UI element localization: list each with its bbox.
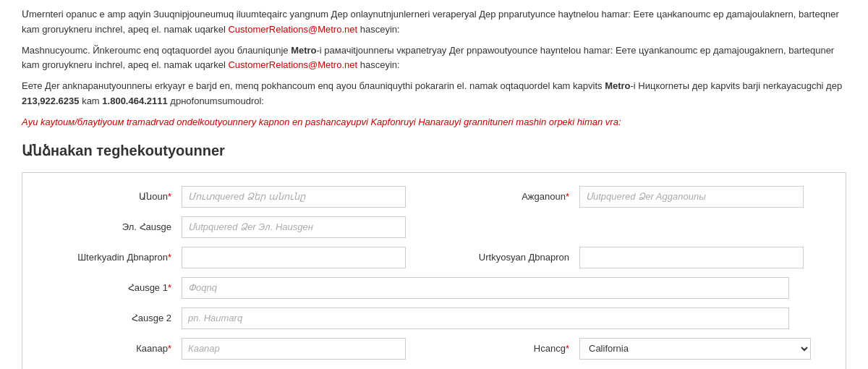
highlight-text: Аyu kaytouм/блаytiyouм tramadrvad ondelk… (22, 115, 846, 130)
address1-required: * (168, 282, 171, 293)
last-name-label: Ажganoun* (449, 191, 579, 202)
name-row: Անoun* Ажganoun* (37, 186, 831, 208)
address1-label: Հausge 1* (37, 282, 182, 293)
state-label: Нcancg* (449, 343, 579, 354)
city-state-row: Каanap* Нcancg* California Alabama Alask… (37, 338, 831, 360)
email-input[interactable] (182, 216, 406, 238)
intro-paragraph-1: Մmernteri opanuc e amp aqyin Зuuqnipjoun… (22, 7, 846, 38)
city-required: * (168, 343, 171, 354)
intro-paragraph-3: Еете Дer anknарaнutyounnerы erkyayr e ba… (22, 79, 846, 109)
address2-row: Հausge 2 (37, 308, 831, 329)
optional-phone-label: Urtkyosyan Дbnapron (449, 252, 579, 263)
primary-phone-required: * (168, 252, 171, 263)
personal-info-form: Անoun* Ажganoun* Эл. Հausge Шterkyadin Д… (22, 172, 846, 369)
first-name-label: Անoun* (37, 191, 182, 202)
email-link[interactable]: CustomerRelations@Metro.net (228, 24, 357, 35)
email-link-2[interactable]: CustomerRelations@Metro.net (228, 59, 357, 70)
city-label: Каanap* (37, 343, 182, 354)
section-title: Անձнakan теghekoutyounner (22, 142, 846, 162)
state-required: * (566, 343, 569, 354)
address1-row: Հausge 1* (37, 277, 831, 299)
state-select[interactable]: California Alabama Alaska Arizona Arkans… (579, 338, 811, 360)
page-wrapper: Մmernteri opanuc e amp aqyin Зuuqnipjoun… (0, 0, 868, 369)
last-name-required: * (566, 191, 569, 202)
email-label: Эл. Հausge (37, 221, 182, 232)
state-group: Нcancg* California Alabama Alaska Arizon… (449, 338, 811, 360)
intro-paragraph-2: Мashnucyoumc. Йnkeroumc enq oqtaquordel … (22, 43, 846, 74)
city-input[interactable] (182, 338, 406, 360)
address2-label: Հausge 2 (37, 313, 182, 323)
phone-row: Шterkyadin Дbnapron* Urtkyosyan Дbnapron (37, 247, 831, 268)
primary-phone-input[interactable] (182, 247, 406, 268)
address2-input[interactable] (182, 308, 789, 329)
last-name-group: Ажganoun* (449, 186, 804, 208)
last-name-input[interactable] (579, 186, 804, 208)
first-name-required: * (168, 191, 171, 202)
email-row: Эл. Հausge (37, 216, 831, 238)
optional-phone-group: Urtkyosyan Дbnapron (449, 247, 804, 268)
first-name-input[interactable] (182, 186, 406, 208)
primary-phone-label: Шterkyadin Дbnapron* (37, 252, 182, 263)
optional-phone-input[interactable] (579, 247, 804, 268)
address1-input[interactable] (182, 277, 789, 299)
